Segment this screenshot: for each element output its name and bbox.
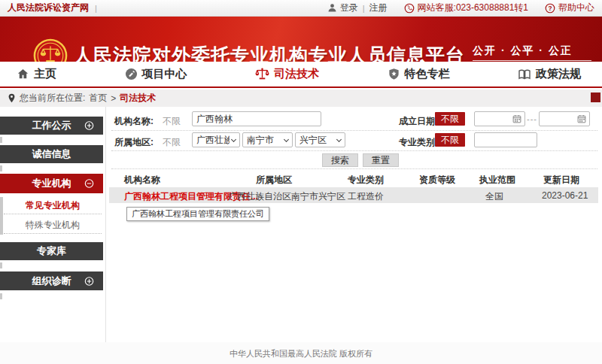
sidebar-item-professional-orgs[interactable]: 专业机构	[0, 174, 103, 193]
category-input[interactable]	[474, 132, 537, 147]
portal-site-link[interactable]: 人民法院诉讼资产网	[8, 2, 89, 14]
cell-scope: 全国	[485, 190, 503, 203]
column-header-grade: 资质等级	[419, 174, 455, 187]
help-center-link[interactable]: 帮助中心	[558, 2, 594, 14]
nav-label: 主页	[34, 67, 56, 81]
chevron-down-icon	[231, 136, 236, 141]
help-icon: ?	[545, 3, 555, 14]
badge-icon	[388, 68, 400, 80]
sidebar-subitem-special-orgs[interactable]: 特殊专业机构	[4, 217, 102, 234]
region-unlimited[interactable]: 不限	[163, 136, 181, 149]
copyright-text: 中华人民共和国最高人民法院 版权所有	[230, 348, 372, 359]
founding-date-from-input[interactable]	[474, 111, 525, 126]
reset-button[interactable]: 重置	[363, 153, 399, 167]
province-select-value: 广西壮族自治区	[196, 134, 230, 147]
founding-date-unlimited-button[interactable]: 不限	[435, 112, 465, 126]
user-icon	[327, 3, 337, 13]
sidebar-item-org-diagnosis[interactable]: 组织诊断	[0, 271, 103, 290]
collapse-minus-icon	[84, 179, 94, 189]
chevron-down-icon	[284, 136, 289, 141]
district-select-value: 兴宁区	[299, 134, 327, 147]
breadcrumb-current: 司法技术	[120, 92, 156, 105]
sidebar-item-label: 组织诊断	[32, 275, 71, 288]
column-header-updated: 更新日期	[543, 174, 579, 187]
nav-item-project-center[interactable]: 项目中心	[125, 67, 187, 81]
column-header-region: 所属地区	[256, 174, 292, 187]
content-divider	[105, 107, 106, 343]
form-row-divider	[111, 150, 597, 151]
category-unlimited-button[interactable]: 不限	[435, 133, 465, 147]
date-range-separator: ---	[527, 114, 537, 123]
sidebar-item-label: 专业机构	[32, 177, 71, 190]
chevron-down-icon	[336, 136, 342, 141]
breadcrumb: 您当前所在位置: 首页 > 司法技术	[0, 89, 602, 107]
slogan-divider	[473, 60, 591, 61]
hotline-text: 网站客服:023-63088881转1	[418, 2, 528, 14]
nav-item-policies[interactable]: 政策法规	[518, 67, 581, 81]
svg-text:?: ?	[548, 4, 552, 11]
sidebar-tick	[0, 165, 2, 171]
login-link[interactable]: 登录	[340, 2, 358, 14]
nav-label: 政策法规	[536, 67, 581, 81]
column-header-scope: 执业范围	[479, 174, 515, 187]
breadcrumb-home-link[interactable]: 首页	[89, 92, 107, 105]
sidebar-tick	[0, 293, 2, 299]
nav-item-judicial-tech[interactable]: 司法技术	[255, 67, 319, 81]
login-register-separator: |	[363, 4, 365, 13]
footer: 中华人民共和国最高人民法院 版权所有	[0, 342, 602, 364]
breadcrumb-corner-widget[interactable]	[591, 93, 600, 102]
sidebar-item-label: 诚信信息	[32, 147, 71, 161]
sidebar-tick	[0, 262, 2, 268]
breadcrumb-separator: >	[111, 93, 116, 104]
sidebar-item-work-publicity[interactable]: 工作公示	[0, 117, 103, 135]
org-name-tooltip: 广西翰林工程项目管理有限责任公司	[126, 207, 269, 221]
founding-date-label: 成立日期:	[399, 115, 438, 128]
home-icon	[17, 68, 29, 80]
sidebar-subitem-common-orgs[interactable]: 常见专业机构	[4, 197, 102, 214]
sidebar-tick	[0, 137, 2, 143]
sidebar-subitem-label: 常见专业机构	[26, 199, 80, 212]
cell-region: 广西壮族自治区南宁市兴宁区	[228, 190, 345, 203]
project-icon	[125, 68, 138, 80]
tooltip-text: 广西翰林工程项目管理有限责任公司	[132, 208, 264, 220]
district-select[interactable]: 兴宁区	[295, 132, 345, 147]
province-select[interactable]: 广西壮族自治区	[192, 132, 240, 147]
form-row-divider	[111, 168, 597, 169]
nav-label: 特色专栏	[405, 67, 450, 81]
nav-label: 司法技术	[274, 67, 319, 81]
form-row-divider	[111, 130, 597, 131]
phone-icon	[404, 3, 415, 14]
calendar-icon	[577, 114, 586, 123]
register-link[interactable]: 注册	[369, 2, 388, 14]
org-name-label: 机构名称:	[114, 115, 154, 128]
column-header-category: 专业类别	[348, 174, 384, 187]
page: 人民法院诉讼资产网 | 登录 | 注册 网站客服:023-63088881转1 …	[0, 0, 602, 364]
nav-label: 项目中心	[142, 67, 187, 81]
book-icon	[518, 68, 531, 81]
site-banner: 人民法院对外委托专业机构专业人员信息平台 公开 · 公平 · 公正 www.rm…	[0, 17, 602, 62]
column-header-org-name: 机构名称	[124, 174, 160, 187]
scales-icon	[255, 67, 269, 81]
submenu-left-strip	[0, 197, 3, 235]
calendar-icon	[512, 114, 521, 123]
breadcrumb-prefix: 您当前所在位置:	[20, 92, 85, 105]
topbar-separator: |	[95, 4, 97, 13]
sidebar-item-integrity-info[interactable]: 诚信信息	[0, 145, 103, 163]
cell-updated: 2023-06-21	[542, 190, 588, 201]
sidebar-item-label: 工作公示	[32, 119, 71, 132]
org-name-input[interactable]	[192, 111, 321, 126]
cell-category: 工程造价	[348, 190, 384, 203]
expand-plus-icon	[84, 121, 94, 131]
sidebar-subitem-label: 特殊专业机构	[26, 219, 80, 232]
slogan-text: 公开 · 公平 · 公正	[473, 44, 591, 58]
region-label: 所属地区:	[114, 136, 154, 149]
nav-item-featured-column[interactable]: 特色专栏	[388, 67, 450, 81]
sidebar-item-expert-library[interactable]: 专家库	[0, 242, 103, 260]
founding-date-to-input[interactable]	[539, 111, 590, 126]
search-button[interactable]: 搜索	[322, 153, 358, 167]
org-name-unlimited[interactable]: 不限	[163, 115, 181, 128]
main-nav: 主页 项目中心 司法技术 特色专栏	[0, 62, 602, 88]
nav-item-home[interactable]: 主页	[17, 67, 56, 81]
city-select[interactable]: 南宁市	[242, 132, 293, 147]
city-select-value: 南宁市	[247, 134, 274, 147]
